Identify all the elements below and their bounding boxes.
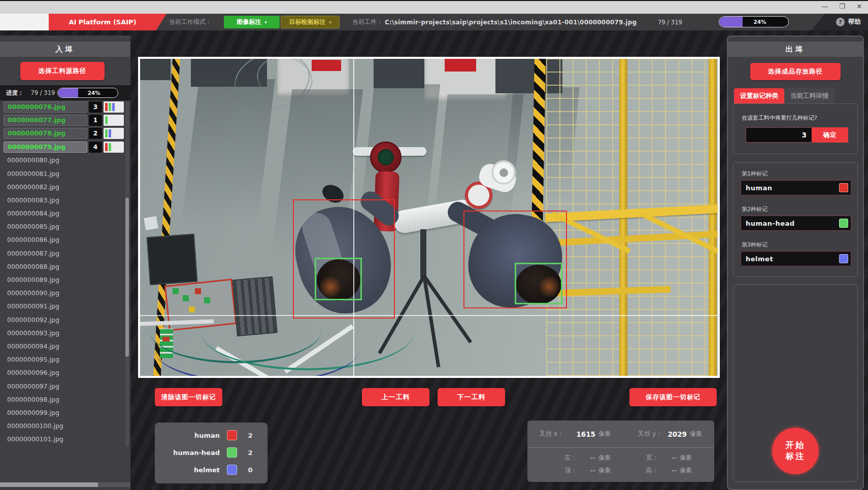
minimize-icon[interactable]: —	[820, 3, 829, 10]
annotation-box-human-head[interactable]	[315, 258, 362, 300]
annotation-canvas[interactable]	[138, 57, 720, 378]
start-annotation-button[interactable]: 开始标注	[772, 428, 819, 474]
output-panel-title: 出埠	[728, 42, 863, 57]
file-list-item[interactable]: 0000000086.jpg	[2, 233, 124, 247]
unit-label: 像素	[680, 453, 692, 462]
maximize-icon[interactable]: ❐	[838, 3, 847, 10]
file-list-item[interactable]: 0000000082.jpg	[2, 180, 124, 193]
legend-color-swatch	[227, 465, 237, 475]
file-name: 0000000098.jpg	[2, 396, 124, 403]
file-list-horizontal-scrollbar[interactable]	[0, 482, 130, 487]
box-width-label: 宽：	[625, 453, 658, 462]
box-height-label: 高：	[625, 466, 658, 475]
file-name: 0000000097.jpg	[2, 382, 124, 390]
tab-current-workpiece-details[interactable]: 当前工料详情	[784, 88, 834, 103]
file-list-item[interactable]: 0000000099.jpg	[2, 406, 124, 419]
scrollbar-thumb[interactable]	[0, 482, 98, 487]
workpiece-photo[interactable]	[140, 59, 718, 376]
file-list-item[interactable]: 0000000083.jpg	[2, 193, 124, 206]
shadow	[179, 79, 276, 247]
unit-label: 像素	[598, 466, 611, 475]
machine-label	[312, 60, 341, 71]
file-list-item[interactable]: 0000000084.jpg	[2, 207, 124, 220]
file-name: 0000000095.jpg	[2, 356, 124, 363]
file-list: 0000000076.jpg30000000077.jpg10000000078…	[2, 100, 124, 448]
previous-workpiece-button[interactable]: 上一工料	[362, 388, 429, 406]
scrollbar-thumb[interactable]	[125, 198, 129, 357]
mark-type-input-human-head[interactable]: human-head	[741, 216, 851, 231]
file-list-item[interactable]: 00000000100.jpg	[2, 419, 124, 433]
mark-type-caption: 第3种标记	[742, 241, 767, 249]
robot-end-cap-center	[499, 168, 508, 177]
file-list-item[interactable]: 0000000087.jpg	[2, 247, 124, 260]
wall-switch	[144, 216, 158, 230]
file-list-item[interactable]: 0000000088.jpg	[2, 260, 124, 273]
file-list-item[interactable]: 0000000094.jpg	[2, 339, 124, 353]
label-fields-box: 第1种标记human第2种标记human-head第3种标记helmet	[733, 162, 858, 277]
file-list-item[interactable]: 0000000089.jpg	[2, 273, 124, 286]
file-list-item[interactable]: 0000000092.jpg	[2, 313, 124, 326]
legend-label: human-head	[155, 449, 220, 457]
file-list-item[interactable]: 0000000079.jpg4	[2, 141, 124, 154]
annotation-box-human-head[interactable]	[515, 263, 562, 304]
help-icon[interactable]: ?	[836, 18, 845, 26]
file-list-item[interactable]: 0000000085.jpg	[2, 220, 124, 233]
file-list-item[interactable]: 00000000101.jpg	[2, 433, 124, 446]
legend-row: human2	[155, 427, 268, 444]
mark-type-value: human	[741, 184, 839, 192]
file-list-item[interactable]: 0000000097.jpg	[2, 379, 124, 393]
app-header: AI Platform (SAIP) 当前工作模式： 图像标注 ▾ 目标检测标注…	[0, 14, 868, 30]
file-list-item[interactable]: 0000000076.jpg3	[2, 100, 124, 114]
confirm-button[interactable]: 确定	[812, 127, 848, 143]
work-mode-label: 当前工作模式：	[169, 14, 212, 30]
file-mark-count-badge: 3	[89, 101, 102, 113]
file-name: 0000000099.jpg	[2, 409, 124, 416]
file-list-item[interactable]: 0000000091.jpg	[2, 300, 124, 313]
legend-color-swatch	[227, 430, 237, 440]
mark-color-swatch[interactable]	[839, 254, 848, 263]
select-output-path-button[interactable]: 选择成品存放路径	[750, 63, 841, 80]
file-list-item[interactable]: 0000000078.jpg2	[2, 127, 124, 140]
input-panel: 入埠 选择工料源路径 进度： 79 / 319 24% 0000000076.j…	[0, 36, 130, 490]
file-list-item[interactable]: 0000000096.jpg	[2, 366, 124, 379]
component	[195, 288, 201, 294]
close-icon[interactable]: ✕	[855, 3, 864, 10]
file-name: 0000000079.jpg	[4, 142, 87, 153]
file-name: 0000000080.jpg	[2, 156, 124, 164]
file-list-item[interactable]: 0000000077.jpg1	[2, 114, 124, 127]
file-list-vertical-scrollbar[interactable]	[125, 101, 129, 446]
mode-dropdown-image-annotation[interactable]: 图像标注 ▾	[224, 16, 280, 28]
file-list-item[interactable]: 0000000095.jpg	[2, 353, 124, 366]
save-marks-button[interactable]: 保存该图一切标记	[629, 388, 717, 406]
file-list-item[interactable]: 0000000090.jpg	[2, 287, 124, 300]
tab-set-mark-types[interactable]: 设置标记种类	[734, 88, 784, 103]
file-list-item[interactable]: 0000000093.jpg	[2, 326, 124, 339]
start-annotation-box: 开始标注	[733, 284, 858, 482]
help-label[interactable]: 帮助	[848, 18, 861, 26]
file-list-item[interactable]: 0000000080.jpg	[2, 154, 124, 167]
legend-label: human	[155, 432, 220, 439]
file-list-item[interactable]: 0000000098.jpg	[2, 393, 124, 406]
start-button-line1: 开始	[772, 440, 819, 451]
file-list-item[interactable]: 0000000081.jpg	[2, 167, 124, 180]
mark-count-question: 在该套工料中将要打几种标记?	[742, 114, 817, 122]
select-source-path-button[interactable]: 选择工料源路径	[20, 62, 105, 80]
mark-color-swatch[interactable]	[839, 219, 848, 228]
mark-type-value: human-head	[741, 220, 839, 227]
mode-dropdown-detection-annotation[interactable]: 目标检测标注 ▾	[281, 16, 340, 28]
robot-circuit-board	[378, 149, 394, 165]
header-help-area: ? 帮助	[811, 14, 868, 30]
file-name: 0000000093.jpg	[2, 329, 124, 337]
current-file-path: C:\simmir-projects\saip\projects\s1\inco…	[385, 14, 637, 30]
file-mark-color-indicator	[104, 142, 124, 153]
next-workpiece-button[interactable]: 下一工料	[438, 388, 505, 406]
mark-type-input-human[interactable]: human	[741, 180, 851, 195]
mark-color-swatch[interactable]	[839, 183, 848, 192]
clear-marks-button[interactable]: 清除该图一切标记	[155, 388, 222, 406]
mark-type-input-helmet[interactable]: helmet	[741, 251, 851, 266]
file-name: 0000000089.jpg	[2, 276, 124, 284]
mark-count-input[interactable]	[746, 127, 812, 143]
unit-label: 像素	[598, 453, 611, 462]
output-panel: 出埠 选择成品存放路径 设置标记种类 当前工料详情 在该套工料中将要打几种标记?…	[727, 36, 864, 490]
box-left-label: 左：	[527, 453, 577, 462]
